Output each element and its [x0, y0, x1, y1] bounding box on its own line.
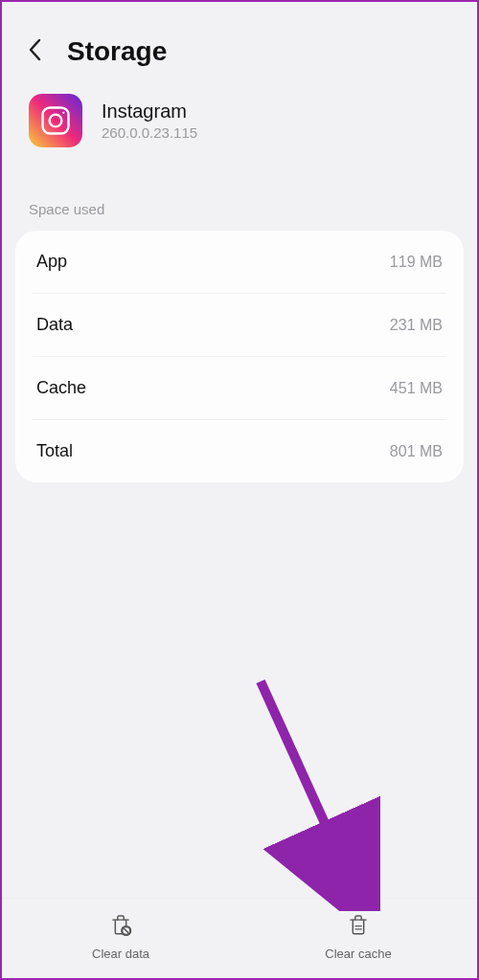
row-label: Total: [36, 441, 73, 461]
row-value: 451 MB: [390, 380, 443, 397]
back-icon[interactable]: [27, 36, 44, 67]
row-label: App: [36, 252, 67, 272]
row-value: 119 MB: [390, 254, 443, 271]
storage-card: App 119 MB Data 231 MB Cache 451 MB Tota…: [15, 231, 464, 482]
trash-cache-icon: [346, 912, 371, 941]
instagram-icon: [29, 94, 82, 147]
clear-data-button[interactable]: Clear data: [2, 899, 240, 978]
row-total: Total 801 MB: [33, 420, 446, 482]
clear-cache-label: Clear cache: [325, 947, 391, 961]
svg-rect-0: [43, 108, 69, 134]
app-info-storage-screen: Storage Instagram 260.0.0.23.115 Space u…: [2, 2, 477, 978]
section-label: Space used: [2, 178, 477, 231]
row-value: 231 MB: [390, 317, 443, 334]
clear-data-label: Clear data: [92, 947, 149, 961]
row-data: Data 231 MB: [33, 294, 446, 357]
row-label: Data: [36, 315, 73, 335]
app-version: 260.0.0.23.115: [102, 124, 197, 141]
header: Storage: [2, 17, 477, 94]
svg-point-1: [50, 115, 62, 127]
row-label: Cache: [36, 378, 86, 398]
row-app: App 119 MB: [33, 231, 446, 294]
trash-data-icon: [108, 912, 133, 941]
svg-point-2: [62, 112, 64, 114]
row-value: 801 MB: [390, 443, 443, 460]
app-text: Instagram 260.0.0.23.115: [102, 100, 197, 141]
app-info: Instagram 260.0.0.23.115: [2, 94, 477, 178]
clear-cache-button[interactable]: Clear cache: [240, 899, 477, 978]
bottom-bar: Clear data Clear cache: [2, 898, 477, 978]
row-cache: Cache 451 MB: [33, 357, 446, 420]
page-title: Storage: [67, 36, 167, 67]
app-name: Instagram: [102, 100, 197, 122]
